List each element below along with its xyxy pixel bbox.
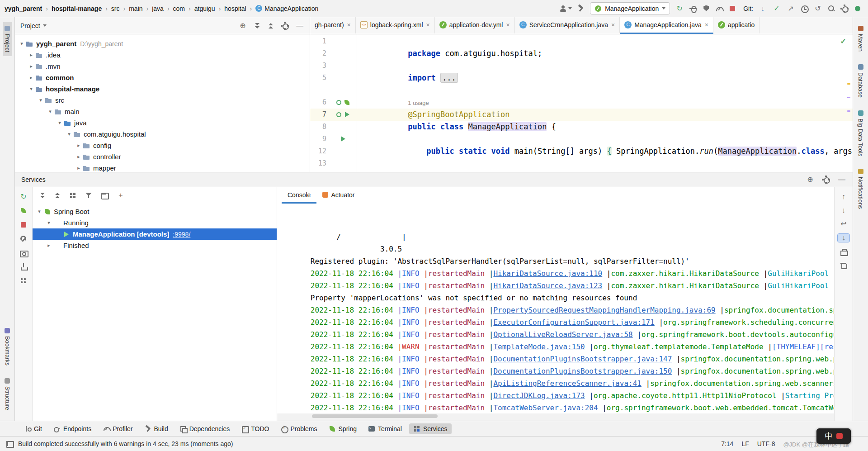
project-tree-row[interactable]: ▾ com.atguigu.hospital [15,128,310,140]
close-icon[interactable]: × [611,21,615,28]
warning-stripe-mark[interactable] [847,83,850,85]
expand-all-icon[interactable] [254,22,261,29]
toolwindow-tab[interactable]: Big Data Tools [856,106,865,161]
editor-tab[interactable]: application-dev.yml × [435,17,515,34]
toolwindow-tab[interactable]: Bookmarks [3,324,12,370]
project-tree-row[interactable]: ▾ src [15,95,310,106]
edit-configuration-icon[interactable] [19,235,28,243]
code-text[interactable]: } [357,145,417,172]
rerun-button[interactable]: ↻ [675,5,684,13]
close-icon[interactable]: × [426,21,430,28]
gutter-icon[interactable] [335,111,342,118]
history-button[interactable] [800,5,808,13]
hide-panel-icon[interactable]: — [837,176,846,184]
breadcrumb-item[interactable]: ManageApplication [246,5,319,12]
chevron-down-icon[interactable] [43,24,47,27]
locate-file-icon[interactable]: ⊕ [238,22,247,30]
project-tree-row[interactable]: ▾ main [15,106,310,117]
stop-button[interactable] [728,5,736,13]
project-tree-row[interactable]: ▾ hospital-manage [15,83,310,95]
collapse-all-icon[interactable] [267,22,274,29]
toolwindow-tab[interactable]: Structure [3,374,12,414]
gutter-icon[interactable] [340,136,346,142]
console-line[interactable]: / | [284,206,834,218]
service-url[interactable]: :9998/ [173,231,190,238]
tree-chevron-icon[interactable]: ▾ [65,131,73,137]
breadcrumb-item[interactable]: yygh_parent [5,5,42,12]
locate-icon[interactable]: ⊕ [806,176,815,184]
view-options-icon[interactable] [100,191,108,199]
tree-chevron-icon[interactable]: ▾ [27,86,35,92]
print-icon[interactable] [840,248,848,256]
info-stripe-mark[interactable] [847,97,850,98]
toolwindow-button[interactable]: TODO [237,423,273,434]
toolwindow-tab[interactable]: Database [856,60,865,102]
rerun-service-button[interactable]: ↻ [19,193,28,201]
status-widget[interactable]: 7:14 [721,440,733,447]
tree-chevron-icon[interactable]: ▸ [27,75,35,81]
run-configuration-select[interactable]: ManageApplication [590,2,670,14]
editor-tab[interactable]: logback-spring.xml × [356,17,435,34]
soft-wrap-icon[interactable]: ↩ [839,220,848,228]
console-tab[interactable]: Console [282,187,316,204]
gutter-icon[interactable] [335,99,342,106]
scroll-down-icon[interactable]: ↓ [839,206,848,214]
panel-settings-icon[interactable] [281,22,289,30]
toolwindow-tab-project[interactable]: Project [3,22,12,56]
toolwindow-button[interactable]: Services [409,423,452,434]
editor-tab[interactable]: ServiceCmnApplication.java × [515,17,620,34]
scroll-up-icon[interactable]: ↑ [839,193,848,201]
coverage-button[interactable] [702,5,710,13]
tree-chevron-icon[interactable]: ▾ [56,120,64,126]
gutter-icon[interactable] [344,111,350,118]
profiler-button[interactable] [715,5,723,13]
breadcrumb-item[interactable]: com [164,5,185,12]
stop-service-button[interactable] [19,221,28,229]
info-stripe-mark[interactable] [847,110,850,112]
service-tree-row[interactable]: ▸ Finished [33,240,277,251]
project-tree-row[interactable]: ▸ .mvn [15,61,310,72]
toolwindow-button[interactable]: Terminal [364,423,406,434]
filter-icon[interactable] [85,191,93,199]
toolwindow-button[interactable]: Dependencies [175,423,234,434]
service-tree-row[interactable]: ManageApplication [devtools] :9998/ [33,228,277,240]
toolwindow-tab[interactable]: Maven [856,22,865,56]
group-by-icon[interactable] [69,191,77,199]
project-tree-row[interactable]: ▸ common [15,72,310,83]
inspections-ok-icon[interactable]: ✓ [840,37,846,46]
add-service-icon[interactable]: + [116,191,125,199]
toolwindow-button[interactable]: Endpoints [49,423,95,434]
tree-chevron-icon[interactable]: ▾ [46,109,54,114]
gutter-icon[interactable] [344,99,350,106]
editor-tab[interactable]: ManageApplication.java × [620,17,713,34]
breadcrumb-item[interactable]: atguigu [185,5,215,12]
service-tree-row[interactable]: ▾ Spring Boot [33,206,277,217]
status-widget[interactable]: LF [741,440,749,447]
tree-chevron-icon[interactable]: ▾ [37,97,45,103]
commit-button[interactable]: ✓ [772,5,781,13]
spring-boot-run-icon[interactable] [19,207,28,215]
tree-chevron-icon[interactable]: ▸ [27,52,35,58]
console-line[interactable]: 3.0.5 [284,218,834,231]
toolwindow-button[interactable]: Spring [325,423,361,434]
push-button[interactable]: ↗ [786,5,795,13]
project-tree-row[interactable]: ▾ java [15,117,310,128]
tree-chevron-icon[interactable]: ▾ [18,41,26,47]
build-status-message[interactable]: Build completed successfully with 6 warn… [18,440,233,447]
console-tab[interactable]: Actuator [316,187,360,204]
breadcrumb-item[interactable]: hospital-manage [42,5,102,12]
horizontal-scrollbar[interactable] [312,414,438,418]
expand-all-icon[interactable] [39,192,46,199]
rollback-button[interactable]: ↺ [813,5,822,13]
close-icon[interactable]: × [347,21,351,28]
collapse-all-icon[interactable] [54,192,61,199]
breadcrumb-item[interactable]: java [143,5,164,12]
search-everywhere-icon[interactable] [827,5,835,13]
breadcrumb-item[interactable]: src [102,5,119,12]
close-icon[interactable]: × [705,21,708,28]
code-text[interactable]: public static void main(String[] args) {… [357,121,853,157]
console-output[interactable]: / | 3.0.5 Registered plugin: 'AbstractSq… [277,204,834,413]
toolwindow-button[interactable]: Build [140,423,172,434]
tree-chevron-icon[interactable]: ▸ [75,142,83,148]
service-tree-row[interactable]: ▾ Running [33,217,277,228]
